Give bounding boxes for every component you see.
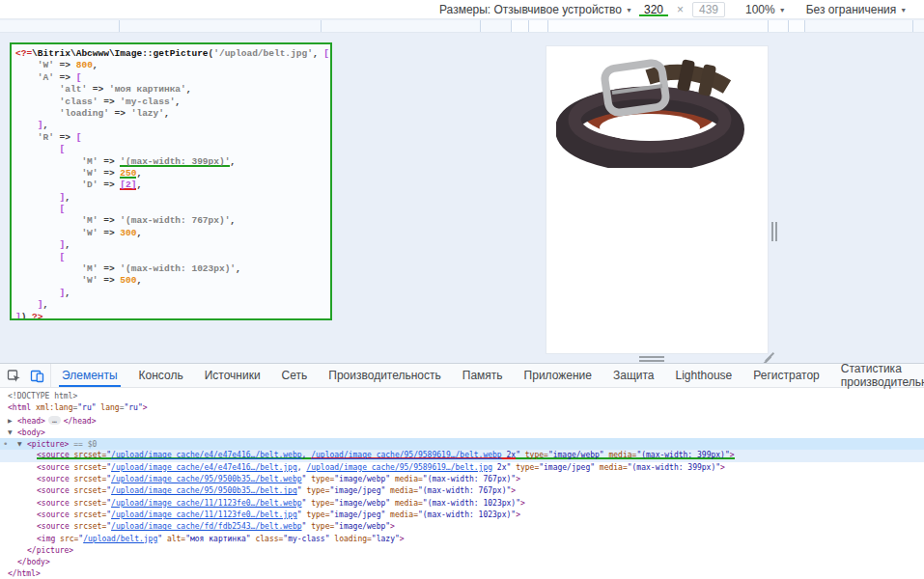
- tab-elements[interactable]: Элементы: [51, 364, 128, 387]
- tab-security[interactable]: Защита: [602, 364, 665, 387]
- text-segment: type=: [520, 451, 548, 459]
- collapse-arrow-icon[interactable]: ▼: [8, 427, 17, 438]
- tree-row[interactable]: <html xml:lang="ru" lang="ru">: [0, 402, 924, 414]
- code-line: 'A' => [: [15, 72, 330, 84]
- text-segment: =>: [98, 263, 121, 274]
- text-segment: >: [720, 463, 725, 472]
- tree-row[interactable]: <source srcset="/upload/image_cache/11/1…: [0, 510, 924, 521]
- device-type-select[interactable]: Размеры: Отзывчивое устройство ▼: [439, 3, 632, 16]
- collapse-arrow-icon[interactable]: ▼: [17, 438, 27, 450]
- media-query-segment: [547, 20, 768, 32]
- tab-network[interactable]: Сеть: [271, 364, 319, 387]
- tab-label: Память: [462, 369, 503, 382]
- media-query-bar[interactable]: [0, 20, 924, 33]
- resource-link[interactable]: /upload/image_cache/e4/e47e416…/belt.jpg: [111, 463, 297, 472]
- resource-link[interactable]: /upload/image_cache/e4/e47e416…/belt.web…: [111, 451, 301, 459]
- code-line: 'alt' => 'моя картинка',: [15, 84, 330, 96]
- tab-performance-stats[interactable]: Статистика производительности△: [830, 364, 924, 387]
- tab-console[interactable]: Консоль: [128, 364, 194, 387]
- resource-link[interactable]: /upload/image_cache/fd/fdb2543…/belt.web…: [111, 522, 301, 531]
- code-line: 'R' => [: [15, 132, 330, 144]
- resource-link[interactable]: /upload/image_cache/11/1123fe0…/belt.web…: [111, 499, 301, 508]
- text-segment: 800: [76, 60, 93, 70]
- zoom-select[interactable]: 100% ▼: [745, 3, 786, 16]
- tab-memory[interactable]: Память: [452, 364, 514, 387]
- tree-row[interactable]: </body>: [0, 557, 924, 568]
- throttling-select[interactable]: Без ограничения ▼: [806, 3, 908, 16]
- text-segment: =>: [98, 275, 121, 286]
- text-segment: "(max-width: 1023px)": [423, 499, 520, 508]
- device-viewport[interactable]: [546, 46, 768, 353]
- tree-row[interactable]: <source srcset="/upload/image_cache/95/9…: [0, 474, 924, 485]
- belt-product-image[interactable]: [556, 50, 745, 168]
- text-segment: "image/webp": [334, 475, 390, 483]
- code-line: 'D' => [2],: [15, 179, 330, 191]
- text-segment: 'W': [15, 168, 98, 179]
- tree-row[interactable]: <img src="/upload/belt.jpg" alt="моя кар…: [0, 534, 924, 545]
- text-segment: =>: [98, 156, 121, 167]
- tree-row[interactable]: ▼<body>: [0, 427, 924, 438]
- browser-window: Размеры: Отзывчивое устройство ▼ 320 × 4…: [0, 0, 924, 579]
- resource-link[interactable]: /upload/image_cache/95/9500b35…/belt.web…: [111, 475, 301, 483]
- text-segment: lang: [97, 403, 120, 412]
- text-segment: ,: [43, 299, 49, 310]
- text-segment: <source: [37, 522, 70, 531]
- resource-link[interactable]: /upload/image_cache/95/9589619…/belt.web…: [311, 451, 501, 459]
- text-segment: 250: [120, 168, 136, 179]
- inspect-element-icon[interactable]: [5, 367, 22, 384]
- tree-row[interactable]: </html>: [0, 568, 924, 579]
- viewport-resize-handle-right[interactable]: [771, 222, 777, 241]
- text-segment: "ru": [77, 403, 96, 412]
- tab-lighthouse[interactable]: Lighthouse: [665, 364, 743, 387]
- text-segment: type=: [302, 510, 330, 519]
- tree-row[interactable]: <source srcset="/upload/image_cache/11/1…: [0, 498, 924, 510]
- tree-row[interactable]: <source srcset="/upload/image_cache/fd/f…: [0, 521, 924, 533]
- resource-link[interactable]: /upload/image_cache/11/1123fe0…/belt.jpg: [111, 510, 297, 519]
- text-segment: <source: [37, 475, 70, 483]
- text-segment: <head>: [17, 417, 45, 426]
- expand-arrow-icon[interactable]: ▶: [8, 415, 17, 427]
- text-segment: '/upload/belt.jpg': [213, 48, 313, 59]
- viewport-width-input[interactable]: 320: [639, 3, 668, 16]
- text-segment: >: [730, 451, 735, 459]
- tab-label: Источники: [205, 369, 261, 382]
- tree-row[interactable]: <!DOCTYPE html>: [0, 391, 924, 402]
- device-type-label: Размеры: Отзывчивое устройство: [439, 3, 622, 16]
- toggle-device-toolbar-icon[interactable]: [28, 367, 45, 384]
- tab-application[interactable]: Приложение: [514, 364, 602, 387]
- resource-link[interactable]: /upload/image_cache/95/9500b35…/belt.jpg: [111, 486, 297, 495]
- tree-row[interactable]: ▶<head>…</head>: [0, 415, 924, 427]
- text-segment: [15, 252, 60, 262]
- tab-performance[interactable]: Производительность: [318, 364, 451, 387]
- tree-row[interactable]: <source srcset="/upload/image_cache/e4/e…: [0, 462, 924, 474]
- collapsed-content-pill[interactable]: …: [48, 416, 61, 425]
- tree-row[interactable]: <source srcset="/upload/image_cache/e4/e…: [0, 450, 924, 461]
- text-segment: ,: [136, 168, 142, 179]
- text-segment: >: [516, 510, 520, 519]
- text-segment: "(max-width: 399px)": [636, 451, 729, 459]
- devtools-toolbar: ЭлементыКонсольИсточникиСетьПроизводител…: [0, 364, 924, 388]
- resource-link[interactable]: /upload/image_cache/95/9589619…/belt.jpg: [306, 463, 492, 472]
- resource-link[interactable]: /upload/belt.jpg: [83, 535, 157, 543]
- text-segment: ,: [136, 228, 142, 238]
- text-segment: <html: [8, 403, 31, 412]
- text-segment: <body>: [17, 428, 45, 437]
- text-segment: </picture>: [27, 546, 73, 555]
- code-line: 'W' => 300,: [15, 228, 330, 239]
- tree-row[interactable]: <source srcset="/upload/image_cache/95/9…: [0, 485, 924, 497]
- text-segment: >: [511, 486, 516, 495]
- tab-recorder[interactable]: Регистратор: [742, 364, 830, 387]
- tree-row[interactable]: </picture>: [0, 545, 924, 557]
- text-segment: 500: [120, 275, 136, 286]
- tab-sources[interactable]: Источники: [194, 364, 271, 387]
- text-segment: <source: [37, 486, 70, 495]
- text-segment: ,: [136, 179, 142, 190]
- viewport-height-input[interactable]: 439: [692, 2, 725, 17]
- code-line: 'loading' => 'lazy',: [15, 108, 330, 120]
- text-segment: media=: [390, 499, 423, 508]
- tree-row[interactable]: •▼<picture> == $0: [0, 438, 924, 450]
- viewport-resize-handle-bottom[interactable]: [639, 356, 664, 362]
- code-line: [: [15, 252, 330, 263]
- text-segment: ,: [43, 120, 49, 130]
- text-segment: 'my-class': [120, 96, 175, 107]
